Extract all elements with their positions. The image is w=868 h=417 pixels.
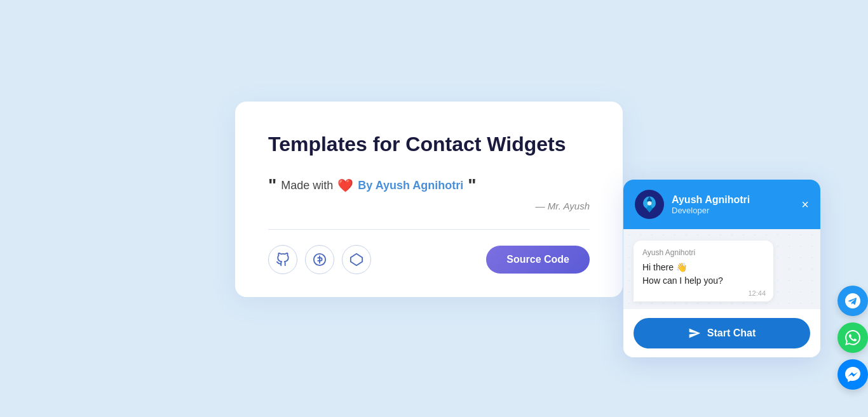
quote-open-icon: "	[268, 176, 276, 194]
dollar-icon-button[interactable]	[305, 245, 334, 274]
chat-message-sender: Ayush Agnihotri	[642, 248, 764, 257]
chat-close-button[interactable]: ×	[801, 198, 809, 211]
telegram-icon	[845, 293, 860, 308]
whatsapp-icon	[845, 330, 860, 345]
heart-icon: ❤️	[337, 178, 353, 193]
avatar-logo-icon	[637, 192, 661, 216]
github-icon	[276, 253, 290, 267]
send-icon	[688, 327, 701, 340]
chat-widget: Ayush Agnihotri Developer × Ayush Agniho…	[623, 180, 820, 357]
quote-by: By Ayush Agnihotri	[358, 179, 463, 192]
chat-footer: Start Chat	[623, 309, 820, 357]
chat-header-left: Ayush Agnihotri Developer	[635, 190, 750, 219]
quote-close-icon: "	[468, 176, 476, 194]
github-icon-button[interactable]	[268, 245, 297, 274]
chat-message-text: Hi there 👋 How can I help you?	[642, 261, 764, 288]
chat-message-time: 12:44	[748, 289, 766, 297]
chat-avatar	[635, 190, 664, 219]
chat-body: Ayush Agnihotri Hi there 👋 How can I hel…	[623, 229, 820, 309]
chat-agent-info: Ayush Agnihotri Developer	[672, 194, 750, 215]
hex-icon-button[interactable]	[342, 245, 371, 274]
messenger-button[interactable]	[837, 359, 868, 390]
svg-marker-1	[351, 254, 362, 265]
card-divider	[268, 229, 590, 230]
main-card: Templates for Contact Widgets " Made wit…	[235, 102, 623, 297]
telegram-button[interactable]	[837, 286, 868, 316]
hex-icon	[349, 253, 363, 267]
source-code-button[interactable]: Source Code	[486, 246, 590, 274]
chat-header: Ayush Agnihotri Developer ×	[623, 180, 820, 229]
start-chat-button[interactable]: Start Chat	[634, 318, 810, 348]
card-author: — Mr. Ayush	[268, 201, 590, 211]
quote-text: Made with	[281, 179, 333, 192]
social-buttons	[837, 286, 868, 390]
icon-buttons	[268, 245, 371, 274]
whatsapp-button[interactable]	[837, 322, 868, 353]
messenger-icon	[845, 367, 860, 382]
chat-msg-line1: Hi there 👋	[642, 262, 687, 272]
dollar-icon	[313, 253, 327, 267]
chat-message-bubble: Ayush Agnihotri Hi there 👋 How can I hel…	[634, 241, 773, 301]
start-chat-label: Start Chat	[707, 328, 756, 339]
card-title: Templates for Contact Widgets	[268, 132, 590, 156]
card-footer: Source Code	[268, 245, 590, 274]
chat-agent-name: Ayush Agnihotri	[672, 194, 750, 206]
chat-msg-line2: How can I help you?	[642, 275, 723, 286]
author-link[interactable]: By Ayush Agnihotri	[358, 179, 463, 192]
svg-point-3	[648, 201, 652, 206]
card-quote: " Made with ❤️ By Ayush Agnihotri "	[268, 176, 590, 194]
chat-agent-role: Developer	[672, 206, 750, 215]
